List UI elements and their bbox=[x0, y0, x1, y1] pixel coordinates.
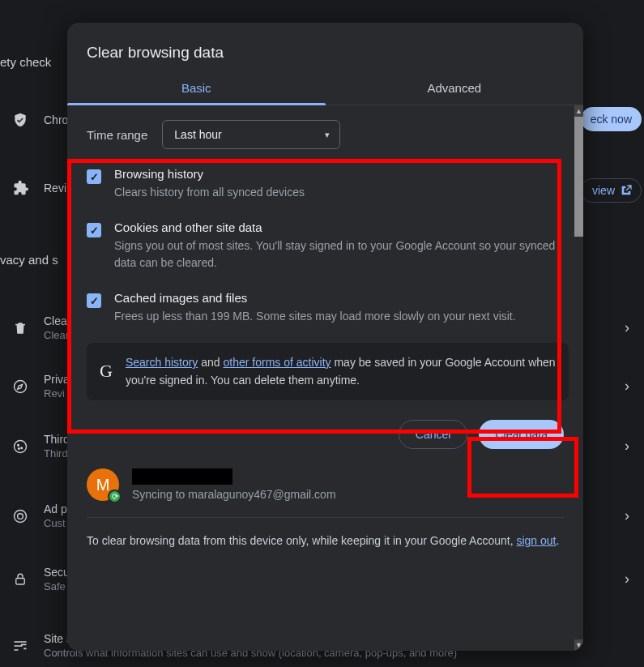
time-range-select[interactable]: Last hour ▾ bbox=[162, 120, 340, 149]
footer-note: To clear browsing data from this device … bbox=[67, 528, 583, 567]
avatar: M ⟳ bbox=[87, 468, 119, 501]
svg-point-3 bbox=[21, 447, 23, 448]
option-title: Cookies and other site data bbox=[114, 220, 559, 234]
clear-data-button[interactable]: Clear data bbox=[479, 420, 564, 449]
dialog-buttons: Cancel Clear data bbox=[67, 404, 583, 454]
checkbox-checked-icon[interactable]: ✓ bbox=[87, 223, 101, 237]
tab-advanced[interactable]: Advanced bbox=[326, 73, 584, 105]
scroll-up-icon[interactable]: ▲ bbox=[574, 105, 583, 117]
bg-chrome-text: Chro bbox=[44, 113, 68, 126]
option-browsing-history[interactable]: ✓ Browsing history Clears history from a… bbox=[67, 157, 583, 211]
option-desc: Signs you out of most sites. You'll stay… bbox=[114, 237, 559, 272]
dialog-title: Clear browsing data bbox=[67, 23, 583, 73]
ad-icon bbox=[11, 508, 29, 524]
chevron-right-icon: › bbox=[625, 571, 629, 588]
time-range-label: Time range bbox=[87, 128, 147, 142]
trash-icon bbox=[11, 321, 29, 336]
option-cache[interactable]: ✓ Cached images and files Frees up less … bbox=[67, 281, 583, 335]
svg-point-0 bbox=[15, 380, 27, 392]
chevron-right-icon: › bbox=[625, 378, 629, 395]
tune-icon bbox=[11, 638, 29, 654]
svg-point-4 bbox=[19, 447, 20, 449]
google-account-note: G Search history and other forms of acti… bbox=[87, 343, 569, 400]
time-range-row: Time range Last hour ▾ bbox=[67, 105, 583, 157]
lock-icon bbox=[11, 572, 29, 587]
shield-check-icon bbox=[11, 112, 29, 128]
search-history-link[interactable]: Search history bbox=[126, 356, 198, 369]
other-activity-link[interactable]: other forms of activity bbox=[224, 356, 331, 369]
checkbox-checked-icon[interactable]: ✓ bbox=[87, 293, 101, 308]
option-title: Cached images and files bbox=[114, 291, 516, 305]
chevron-right-icon: › bbox=[625, 507, 629, 524]
open-external-icon bbox=[620, 184, 633, 197]
divider bbox=[87, 517, 564, 518]
view-button[interactable]: view bbox=[580, 178, 642, 203]
chevron-down-icon: ▾ bbox=[325, 130, 330, 140]
bg-review-text: Revi bbox=[44, 182, 66, 195]
chevron-right-icon: › bbox=[625, 319, 629, 336]
google-icon: G bbox=[100, 357, 113, 385]
checkbox-checked-icon[interactable]: ✓ bbox=[87, 169, 101, 184]
option-desc: Clears history from all synced devices bbox=[114, 184, 305, 201]
svg-point-2 bbox=[18, 444, 19, 446]
clear-browsing-data-dialog: Clear browsing data Basic Advanced ▲ ▼ T… bbox=[67, 23, 583, 651]
dialog-tabs: Basic Advanced bbox=[67, 73, 583, 105]
scrollbar-thumb[interactable] bbox=[574, 117, 583, 237]
svg-point-1 bbox=[15, 440, 27, 452]
time-range-value: Last hour bbox=[174, 128, 221, 141]
account-row: M ⟳ Syncing to maralagunoy467@gmail.com bbox=[67, 454, 583, 507]
bg-section-privacy: vacy and s bbox=[0, 253, 58, 267]
extension-icon bbox=[11, 180, 29, 196]
option-cookies[interactable]: ✓ Cookies and other site data Signs you … bbox=[67, 211, 583, 281]
scrollbar[interactable]: ▲ ▼ bbox=[574, 105, 583, 651]
option-title: Browsing history bbox=[114, 167, 305, 181]
tab-basic[interactable]: Basic bbox=[67, 73, 326, 105]
sync-badge-icon: ⟳ bbox=[108, 490, 122, 503]
bg-section-safety: ety check bbox=[0, 55, 51, 69]
account-sync-text: Syncing to maralagunoy467@gmail.com bbox=[132, 488, 336, 501]
svg-point-5 bbox=[15, 510, 27, 522]
account-name-redacted bbox=[132, 468, 232, 485]
cookie-icon bbox=[11, 438, 29, 455]
cancel-button[interactable]: Cancel bbox=[399, 420, 468, 449]
chevron-right-icon: › bbox=[625, 438, 629, 455]
svg-rect-6 bbox=[16, 578, 25, 584]
dialog-content: ▲ ▼ Time range Last hour ▾ ✓ Browsing hi… bbox=[67, 105, 583, 651]
sign-out-link[interactable]: sign out bbox=[516, 534, 556, 547]
check-now-button[interactable]: eck now bbox=[581, 107, 642, 131]
compass-icon bbox=[11, 378, 29, 395]
option-desc: Frees up less than 199 MB. Some sites ma… bbox=[114, 308, 516, 325]
